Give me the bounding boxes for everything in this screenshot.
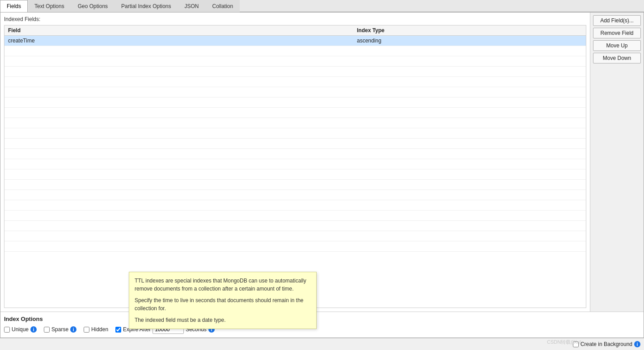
tooltip-overlay: TTL indexes are special indexes that Mon… bbox=[129, 272, 317, 329]
table-row[interactable] bbox=[4, 190, 586, 200]
table-row[interactable] bbox=[4, 211, 586, 221]
hidden-label: Hidden bbox=[91, 326, 108, 333]
indexed-fields-label: Indexed Fields: bbox=[4, 16, 586, 22]
main-panel: Indexed Fields: Field Index Type bbox=[0, 13, 590, 312]
col-header-index-type: Index Type bbox=[353, 25, 586, 36]
table-row[interactable] bbox=[4, 241, 586, 252]
table-row[interactable] bbox=[4, 87, 586, 97]
col-header-field: Field bbox=[4, 25, 353, 36]
field-cell: createTime bbox=[4, 36, 353, 46]
sparse-info-icon[interactable]: i bbox=[70, 326, 76, 333]
tabs-bar: Fields Text Options Geo Options Partial … bbox=[0, 0, 644, 12]
tab-partial-index-options[interactable]: Partial Index Options bbox=[114, 0, 178, 12]
table-row[interactable] bbox=[4, 149, 586, 159]
table-row[interactable] bbox=[4, 56, 586, 67]
table-row[interactable] bbox=[4, 97, 586, 108]
fields-table-container: Field Index Type createTime ascending bbox=[4, 25, 586, 308]
tab-collation[interactable]: Collation bbox=[206, 0, 240, 12]
right-panel: Add Field(s)... Remove Field Move Up Mov… bbox=[590, 13, 644, 312]
table-row[interactable] bbox=[4, 221, 586, 231]
move-down-button[interactable]: Move Down bbox=[593, 53, 641, 63]
unique-info-icon[interactable]: i bbox=[30, 326, 37, 333]
unique-label: Unique bbox=[12, 326, 29, 333]
unique-checkbox[interactable] bbox=[4, 327, 10, 333]
table-row[interactable] bbox=[4, 169, 586, 180]
hidden-option: Hidden bbox=[84, 326, 108, 333]
table-row[interactable] bbox=[4, 200, 586, 211]
add-fields-button[interactable]: Add Field(s)... bbox=[593, 15, 641, 26]
table-row[interactable] bbox=[4, 128, 586, 139]
watermark: CSDN转载(IXu) bbox=[547, 339, 581, 346]
fields-table: Field Index Type createTime ascending bbox=[4, 25, 586, 252]
tooltip-line-1: TTL indexes are special indexes that Mon… bbox=[135, 277, 311, 293]
unique-option: Unique i bbox=[4, 326, 37, 333]
main-container: Fields Text Options Geo Options Partial … bbox=[0, 0, 644, 350]
remove-field-button[interactable]: Remove Field bbox=[593, 28, 641, 38]
tooltip-line-2: Specify the time to live in seconds that… bbox=[135, 296, 311, 312]
table-row[interactable]: createTime ascending bbox=[4, 36, 586, 46]
table-row[interactable] bbox=[4, 118, 586, 128]
options-row: Unique i Sparse i Hidden Expire After S bbox=[4, 325, 640, 334]
table-row[interactable] bbox=[4, 46, 586, 56]
table-row[interactable] bbox=[4, 67, 586, 77]
table-row[interactable] bbox=[4, 139, 586, 149]
expire-after-checkbox[interactable] bbox=[115, 327, 121, 333]
sparse-label: Sparse bbox=[51, 326, 68, 333]
tab-geo-options[interactable]: Geo Options bbox=[71, 0, 114, 12]
table-row[interactable] bbox=[4, 77, 586, 87]
create-background-item: Create in Background i bbox=[573, 341, 640, 347]
tab-text-options[interactable]: Text Options bbox=[28, 0, 71, 12]
index-type-cell: ascending bbox=[353, 36, 586, 46]
table-row[interactable] bbox=[4, 108, 586, 118]
tab-fields[interactable]: Fields bbox=[0, 0, 28, 12]
index-options-label: Index Options bbox=[4, 316, 640, 322]
table-row[interactable] bbox=[4, 159, 586, 169]
sparse-option: Sparse i bbox=[44, 326, 76, 333]
create-background-label: Create in Background bbox=[580, 341, 632, 347]
bottom-panel: Index Options Unique i Sparse i Hidden bbox=[0, 312, 644, 337]
table-row[interactable] bbox=[4, 231, 586, 241]
table-row[interactable] bbox=[4, 180, 586, 190]
create-background-info-icon[interactable]: i bbox=[634, 341, 640, 347]
move-up-button[interactable]: Move Up bbox=[593, 40, 641, 51]
tooltip-line-3: The indexed field must be a date type. bbox=[135, 316, 311, 324]
sparse-checkbox[interactable] bbox=[44, 327, 50, 333]
hidden-checkbox[interactable] bbox=[84, 327, 89, 333]
tab-json[interactable]: JSON bbox=[178, 0, 206, 12]
